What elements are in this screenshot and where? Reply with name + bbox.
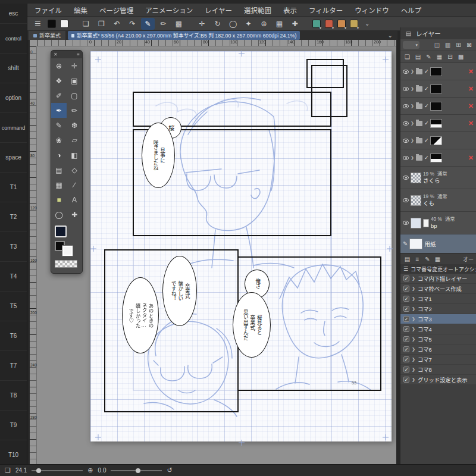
palette-close-icon[interactable]: ✕ [54, 52, 58, 57]
expand-icon[interactable]: ❯ [412, 296, 415, 301]
bubble-migoto[interactable]: 見事に 咲きましたね [142, 123, 175, 188]
current-color-swatch[interactable] [55, 226, 67, 237]
blend-tool[interactable]: ◑ [51, 148, 67, 162]
checkbox-icon[interactable]: ✓ [403, 306, 409, 312]
edge-key-esc[interactable]: esc [0, 4, 27, 24]
rotate-view-icon[interactable]: ↻ [211, 18, 224, 30]
check-icon[interactable]: ✓ [424, 120, 429, 126]
layer-row-folder-4[interactable]: ❯ ✓ ✕ [400, 115, 476, 132]
expand-icon[interactable]: ❯ [411, 121, 414, 126]
edge-key-t8[interactable]: T8 [0, 381, 27, 411]
expand-icon[interactable]: ❯ [412, 367, 415, 372]
selection-layer-tool[interactable]: ■ [51, 192, 67, 207]
auto-select-icon[interactable]: ✦ [242, 18, 255, 30]
tab-grid-icon[interactable]: ▦ [433, 255, 442, 264]
airbrush-tool[interactable]: ❆ [67, 118, 82, 133]
marquee-tool[interactable]: ▢ [67, 88, 82, 103]
hand-tool[interactable]: ❖ [51, 73, 67, 88]
menu-filter[interactable]: フィルター [309, 5, 343, 15]
layer-row-folder-1[interactable]: ❯ ✓ ✕ [400, 63, 476, 80]
expand-icon[interactable]: ❯ [412, 276, 415, 281]
tab-document[interactable]: 新卒業式 [29, 31, 65, 40]
layer-row-folder-5[interactable]: ❯ ✓ [400, 132, 476, 149]
zoom-slider[interactable] [32, 470, 83, 471]
zoom-tool[interactable]: ⊕ [51, 58, 67, 73]
layer-row-sakura[interactable]: 19 %通常 さくら [400, 167, 476, 189]
blend-mode-combo[interactable]: ▾ [403, 41, 419, 49]
auto-action-row[interactable]: ✓❯ コマ枠ベース作成 [400, 284, 476, 294]
checkbox-icon[interactable]: ✓ [403, 377, 409, 383]
expand-icon[interactable]: ❯ [412, 377, 415, 382]
move-tool[interactable]: ✛ [67, 58, 82, 73]
menu-help[interactable]: ヘルプ [401, 5, 422, 15]
layer-tone-icon[interactable]: ▥ [443, 40, 452, 49]
edge-key-t3[interactable]: T3 [0, 232, 27, 262]
expand-icon[interactable]: ❯ [411, 155, 414, 160]
layer-grid-icon[interactable]: ⊞ [454, 40, 463, 49]
marker-icon[interactable]: ✏ [156, 18, 170, 30]
new-canvas-icon[interactable]: ❏ [79, 18, 93, 30]
main-menu-icon[interactable]: ☰ [31, 18, 45, 30]
tab-autoaction-label[interactable]: オー [463, 255, 474, 263]
checkbox-icon[interactable]: ✓ [403, 275, 409, 281]
text-tool[interactable]: A [67, 192, 82, 207]
delete-layer-icon[interactable]: ⊟ [446, 52, 455, 61]
menu-view[interactable]: 表示 [283, 5, 297, 15]
rotation-slider[interactable] [111, 470, 162, 471]
tab-layers-icon[interactable]: ▤ [403, 255, 412, 264]
color-chip-teal[interactable] [312, 20, 321, 28]
menu-animation[interactable]: アニメーション [145, 5, 193, 15]
auto-action-row[interactable]: ✓❯ コマ6 [400, 345, 476, 355]
ruler-tool[interactable]: ∕ [67, 177, 82, 192]
auto-action-row-selected[interactable]: ✓❯ コマ3 [400, 314, 476, 324]
visibility-icon[interactable] [403, 70, 409, 74]
new-folder-icon[interactable]: ▤ [414, 52, 422, 61]
expand-icon[interactable]: ❯ [412, 347, 415, 352]
expand-icon[interactable]: ❯ [411, 138, 414, 143]
sub-color-swatch[interactable] [62, 246, 73, 256]
zoom-view-icon[interactable]: ⊕ [257, 18, 271, 30]
color-chip-red[interactable] [325, 20, 333, 28]
subtool-add[interactable]: ✚ [67, 207, 82, 222]
grid-toggle-icon[interactable]: ▦ [273, 18, 286, 30]
lasso-select-icon[interactable]: ◯ [226, 18, 240, 30]
layer-row-paper[interactable]: ✎ 用紙 [400, 234, 476, 253]
decoration-tool[interactable]: ❀ [51, 133, 67, 148]
visibility-icon[interactable] [403, 198, 409, 202]
tone-layer-icon[interactable]: ▩ [456, 52, 465, 61]
check-icon[interactable]: ✓ [424, 68, 429, 74]
duplicate-canvas-icon[interactable]: ❐ [95, 18, 108, 30]
check-icon[interactable]: ✓ [424, 86, 429, 92]
expand-icon[interactable]: ❯ [411, 86, 414, 91]
visibility-icon[interactable] [403, 221, 409, 225]
rotation-slider-knob[interactable] [136, 468, 140, 473]
move-view-icon[interactable]: ✛ [195, 18, 209, 30]
edge-key-t7[interactable]: T7 [0, 351, 27, 381]
auto-action-row[interactable]: ✓❯ コマ5 [400, 334, 476, 345]
auto-action-row[interactable]: ✓❯ コマ7 [400, 355, 476, 365]
tab-edit-icon[interactable]: ✎ [423, 255, 432, 264]
expand-icon[interactable]: ❯ [412, 317, 415, 321]
expand-icon[interactable]: ❯ [412, 306, 415, 311]
checkbox-icon[interactable]: ✓ [403, 367, 409, 372]
color-chip-khaki[interactable] [350, 20, 358, 28]
transparent-color-swatch[interactable] [55, 260, 77, 268]
object-tool[interactable]: ▣ [67, 73, 82, 88]
visibility-icon[interactable] [403, 176, 409, 180]
layer-row-folder-2[interactable]: ❯ ✓ ✕ [400, 80, 476, 98]
zoom-in-icon[interactable]: ⊕ [87, 466, 93, 474]
edge-key-option[interactable]: option [0, 83, 27, 113]
checkbox-icon[interactable]: ✓ [403, 356, 409, 362]
pen-pressure-icon[interactable]: ✎ [141, 18, 155, 30]
sub-color-chip[interactable] [60, 20, 68, 28]
layer-row-kumo[interactable]: 19 %通常 くも [400, 189, 476, 212]
layer-row-bp[interactable]: 40 %通常 bp [400, 212, 476, 234]
fit-screen-icon[interactable]: ❏ [5, 466, 11, 474]
eyedropper-tool[interactable]: ✐ [51, 88, 67, 103]
color-chip-orange[interactable] [337, 20, 346, 28]
visibility-icon[interactable] [403, 139, 409, 143]
edge-key-shift[interactable]: shift [0, 54, 27, 83]
expand-icon[interactable]: ❯ [412, 327, 415, 331]
menu-file[interactable]: ファイル [35, 5, 62, 15]
check-icon[interactable]: ✓ [424, 103, 429, 109]
